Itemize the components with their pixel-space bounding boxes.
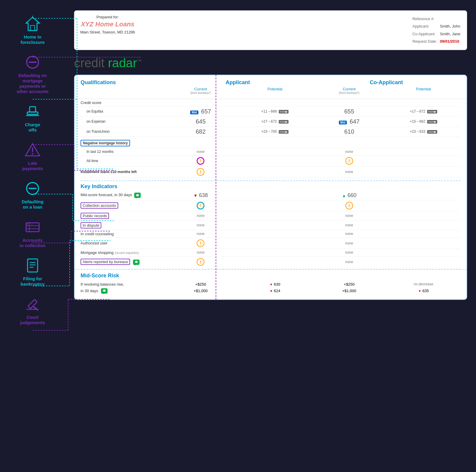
coapp-potential-header: Potential — [386, 87, 461, 95]
alltime-label: All time — [81, 159, 164, 163]
app-midscore: ▼ 638 — [164, 192, 238, 199]
app-risk-row1-amount: +$250 — [164, 282, 238, 287]
app-risk-row2-amount: +$1,000 — [164, 289, 238, 293]
app-alerts-warn: ! — [164, 258, 238, 266]
coapp-equifax-change: +17→672 more▶ — [386, 109, 461, 113]
table-row: In credit counseling none none — [81, 230, 461, 238]
sidebar-item-defaulting-mortgage: Defaulting on mortgage payments or other… — [0, 53, 65, 94]
table-row: Negative mortgage history — [81, 137, 461, 148]
applicant-col-header: Applicant — [164, 79, 312, 86]
app-transunion-change: +23→705 more▶ — [238, 129, 312, 134]
applicant-label: Applicant: — [412, 23, 439, 30]
minus-circle2-icon — [24, 180, 41, 197]
key-indicators-title: Key Indicators — [81, 183, 117, 189]
sidebar-item-defaulting-loan: Defaulting on a loan — [0, 180, 65, 210]
equifax-label: on Equifax — [81, 109, 164, 113]
header-left: Prepared for: XYZ Home Loans Main Street… — [80, 15, 135, 34]
more-btn-exp[interactable]: more▶ — [279, 120, 289, 124]
app-risk-row1-score: ▼ 630 — [238, 282, 312, 287]
address: Main Street, Towson, MD 21286 — [80, 30, 135, 34]
document-icon — [24, 257, 41, 274]
credit-radar-title: credit radar™ — [74, 56, 467, 70]
app-installment-warn: ! — [164, 168, 238, 176]
risk-row2-label: in 30 days 💬 — [81, 288, 164, 294]
alerts-label: Alerts reported by bureaus 💬 — [81, 259, 164, 265]
table-row: on TransUnion 682 +23→705 more▶ 610 +23→… — [81, 127, 461, 137]
app-authuser-warn: ! — [164, 239, 238, 247]
coapp-experian-change: +15→662 more▶ — [386, 119, 461, 124]
svg-point-10 — [32, 153, 33, 155]
midscore-label: Mid-score forecast, in 30 days 💬 — [81, 193, 164, 198]
sidebar-item-home-foreclosure: Home in foreclosure — [0, 15, 65, 45]
coapp-current-header: Current (from bureaus*) — [312, 87, 387, 95]
more-btn-coapp-tu[interactable]: more▶ — [427, 130, 437, 134]
sidebar-item-late-payments: Late payments — [0, 141, 65, 171]
dollar-icon: $ == — [24, 218, 41, 236]
coapp-authuser-value: none — [312, 241, 387, 245]
experian-label: on Experian — [81, 119, 164, 124]
sidebar-label-court-judgements: Court judgements — [20, 315, 45, 325]
app-current-header: Current (from bureaus*) — [164, 87, 238, 95]
sidebar-label-home-foreclosure: Home in foreclosure — [20, 34, 45, 45]
svg-rect-1 — [31, 25, 35, 31]
coapp-alerts-value: none — [312, 260, 387, 264]
sidebar-label-accounts-collection: Accounts in collection — [20, 238, 46, 248]
header-box: Prepared for: XYZ Home Loans Main Street… — [74, 10, 467, 50]
more-btn-coapp-exp[interactable]: more▶ — [427, 120, 437, 124]
app-equifax-change: +11→668 more▶ — [238, 109, 312, 113]
mid-badge-experian-coapp: Mid — [339, 121, 347, 124]
coapplicant-name: Smith, Jane — [440, 31, 460, 37]
sidebar-label-filing-bankruptcy: Filing for bankruptcy — [21, 276, 45, 287]
app-alltime-warn: ! — [164, 157, 238, 165]
sidebar: Home in foreclosure Defaulting on mortga… — [0, 6, 65, 337]
sidebar-label-defaulting-loan: Defaulting on a loan — [22, 199, 43, 210]
sidebar-item-filing-bankruptcy: Filing for bankruptcy — [0, 257, 65, 287]
svg-rect-6 — [30, 107, 36, 112]
sidebar-item-accounts-collection: $ == Accounts in collection — [0, 218, 65, 248]
app-experian-score: 645 — [164, 118, 238, 125]
svg-rect-19 — [28, 259, 38, 272]
reference-label: Reference #: — [412, 15, 439, 22]
coapp-shopping-value: none — [312, 250, 387, 255]
risk-row1-label: If revolving balances rise, — [81, 282, 164, 287]
coapp-experian-score: Mid 647 — [312, 118, 387, 125]
key-indicators-header: Key Indicators — [75, 177, 467, 191]
warn-icon-collection: ! — [197, 202, 204, 209]
coapp-transunion-score: 610 — [312, 128, 387, 135]
coapplicant-label: Co-Applicant: — [412, 31, 439, 37]
table-row: If revolving balances rise, +$250 ▼ 630 … — [81, 281, 461, 287]
transunion-label: on TransUnion — [81, 129, 164, 134]
coapp-risk-row2-amount: +$1,000 — [312, 289, 387, 293]
coapp-risk-row1-amount: +$250 — [312, 282, 387, 287]
app-dispute-value: none — [164, 223, 238, 227]
more-btn-tu[interactable]: more▶ — [279, 130, 289, 134]
app-equifax-score: Mid 657 — [164, 108, 238, 115]
table-row: Credit score — [81, 99, 461, 107]
negative-mortgage-label: Negative mortgage history — [81, 140, 130, 146]
coapp-dispute-value: none — [312, 223, 387, 227]
warn-icon-collection-coapp: ! — [345, 202, 353, 209]
app-public-value: none — [164, 214, 238, 218]
speech-bubble-icon: 💬 — [134, 193, 141, 198]
installment-label: Installment loans ≤10 months left — [81, 170, 164, 174]
table-row: Mortgage shopping (recent inquiries) non… — [81, 249, 461, 257]
app-collection-warn: ! — [164, 202, 238, 209]
home-icon — [24, 15, 41, 33]
credit-word: credit — [74, 56, 105, 70]
key-indicators-table: Mid-score forecast, in 30 days 💬 ▼ 638 ▲… — [75, 191, 467, 269]
main-container: Home in foreclosure Defaulting on mortga… — [0, 0, 476, 343]
table-row: Mid-score forecast, in 30 days 💬 ▼ 638 ▲… — [81, 191, 461, 200]
table-row: Collection accounts ! ! — [81, 200, 461, 211]
mid-score-risk-section: Mid-Score Risk If revolving balances ris… — [75, 269, 467, 299]
svg-text:==: == — [30, 223, 33, 226]
warn-icon-alltime-coapp: ! — [345, 157, 353, 165]
app-transunion-score: 682 — [164, 128, 238, 135]
report-card: Qualifications Applicant Co-Applicant Cu… — [74, 75, 467, 300]
more-btn[interactable]: more▶ — [279, 110, 289, 113]
table-row: Alerts reported by bureaus 💬 ! none — [81, 257, 461, 269]
coapp-alltime-warn: ! — [312, 157, 387, 165]
more-btn-coapp-eq[interactable]: more▶ — [427, 110, 437, 113]
sidebar-label-charge-offs: Charge offs — [25, 122, 40, 133]
coapp-equifax-score: 655 — [312, 108, 387, 115]
coapp-risk-row2-score: ▼ 635 — [386, 289, 461, 293]
